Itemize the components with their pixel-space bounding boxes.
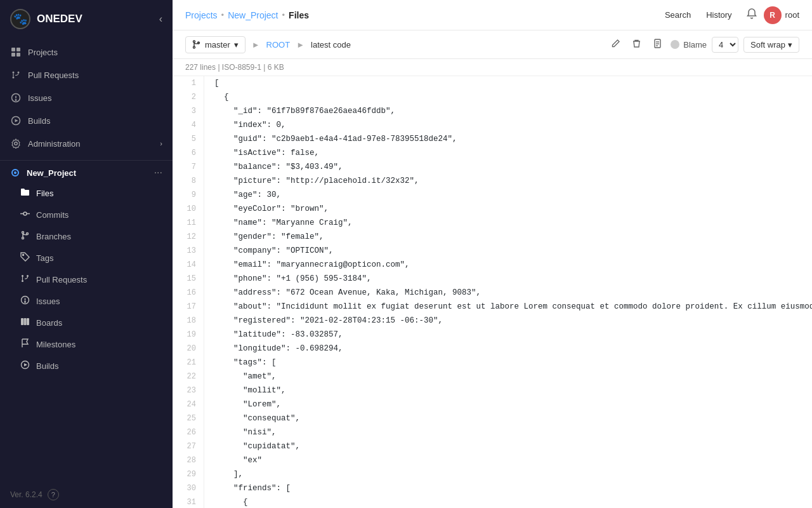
sidebar-item-label: Pull Requests [28, 70, 79, 80]
line-code: "picture": "http://placehold.it/32x32", [204, 174, 812, 188]
sidebar-item-issues-sub[interactable]: Issues [0, 290, 173, 312]
svg-rect-28 [24, 318, 27, 325]
play-circle-icon [10, 115, 22, 126]
sidebar-item-pull-requests[interactable]: Pull Requests [0, 64, 173, 86]
table-row: 29 ], [173, 467, 812, 481]
bell-icon [746, 8, 757, 19]
code-area[interactable]: 1[2 {3 "_id": "61f7b89f876ae26aea46fddb"… [173, 76, 812, 508]
project-name: New_Project [27, 168, 76, 178]
line-code: "mollit", [204, 384, 812, 398]
file-encoding: ISO-8859-1 [222, 63, 261, 72]
blame-checkbox[interactable] [671, 40, 679, 49]
table-row: 16 "address": "672 Ocean Avenue, Kaka, M… [173, 286, 812, 300]
table-row: 13 "company": "OPTICON", [173, 244, 812, 258]
line-code: { [204, 90, 812, 104]
help-button[interactable]: ? [48, 489, 59, 500]
table-row: 17 "about": "Incididunt mollit ex fugiat… [173, 300, 812, 314]
sidebar-item-pull-requests-sub[interactable]: Pull Requests [0, 269, 173, 290]
table-row: 1[ [173, 76, 812, 90]
line-number: 4 [173, 118, 204, 132]
project-more-button[interactable]: ··· [154, 167, 162, 178]
table-row: 11 "name": "Maryanne Craig", [173, 216, 812, 230]
line-code: "index": 0, [204, 118, 812, 132]
line-number: 12 [173, 230, 204, 244]
topbar-actions: Search History R root [657, 5, 799, 25]
main-content: Projects • New_Project • Files Search Hi… [173, 0, 812, 508]
line-code: "eyeColor": "brown", [204, 202, 812, 216]
svg-point-23 [27, 275, 29, 277]
sidebar-item-administration[interactable]: Administration › [0, 132, 173, 155]
line-number: 5 [173, 132, 204, 146]
sidebar-sub-item-label: Issues [36, 297, 60, 306]
sidebar-item-builds[interactable]: Builds [0, 109, 173, 132]
line-code: "Lorem", [204, 398, 812, 411]
line-number: 23 [173, 384, 204, 398]
sidebar-item-files[interactable]: Files [0, 182, 173, 204]
table-row: 31 { [173, 495, 812, 508]
line-code: "name": "Maryanne Craig", [204, 216, 812, 230]
history-button[interactable]: History [698, 8, 739, 22]
folder-icon [20, 187, 30, 199]
softwrap-button[interactable]: Soft wrap ▾ [743, 37, 799, 53]
breadcrumb-project[interactable]: New_Project [228, 10, 278, 20]
line-code: ], [204, 467, 812, 481]
search-button[interactable]: Search [657, 8, 698, 22]
indent-select[interactable]: 4 2 8 [712, 37, 738, 53]
sidebar-item-label: Issues [28, 93, 52, 103]
sidebar: 🐾 ONEDEV ‹ Projects Pull Requests Issues [0, 0, 173, 508]
code-table: 1[2 {3 "_id": "61f7b89f876ae26aea46fddb"… [173, 76, 812, 508]
line-number: 2 [173, 90, 204, 104]
line-number: 26 [173, 425, 204, 439]
breadcrumb-projects[interactable]: Projects [185, 10, 218, 20]
sidebar-item-commits[interactable]: Commits [0, 204, 173, 225]
sidebar-collapse-button[interactable]: ‹ [159, 13, 162, 25]
sidebar-item-builds-sub[interactable]: Builds [0, 355, 173, 377]
table-row: 27 "cupidatat", [173, 439, 812, 453]
sidebar-item-issues[interactable]: Issues [0, 86, 173, 109]
table-row: 23 "mollit", [173, 384, 812, 398]
user-avatar[interactable]: R [764, 6, 782, 24]
line-number: 18 [173, 314, 204, 328]
svg-point-17 [22, 232, 24, 234]
columns-icon [20, 317, 30, 328]
sidebar-sub-item-label: Boards [36, 318, 62, 328]
topbar: Projects • New_Project • Files Search Hi… [173, 0, 812, 30]
line-code: "company": "OPTICON", [204, 244, 812, 258]
settings-icon [10, 138, 22, 149]
sidebar-item-branches[interactable]: Branches [0, 225, 173, 247]
line-number: 11 [173, 216, 204, 230]
notification-button[interactable] [743, 5, 760, 25]
line-code: "consequat", [204, 411, 812, 425]
sidebar-sub-item-label: Tags [36, 253, 53, 263]
search-history-bar: Search History [657, 8, 740, 22]
svg-point-18 [22, 237, 24, 239]
svg-point-33 [193, 46, 195, 48]
sidebar-sub-item-label: Pull Requests [36, 275, 87, 284]
line-number: 24 [173, 398, 204, 411]
version-text: Ver. 6.2.4 [10, 490, 43, 499]
delete-file-button[interactable] [629, 36, 645, 53]
path-sep1: ► [252, 40, 260, 50]
sidebar-item-tags[interactable]: Tags [0, 247, 173, 269]
breadcrumb-sep2: • [282, 10, 285, 20]
line-code: "gender": "female", [204, 230, 812, 244]
line-code: { [204, 495, 812, 508]
line-code: "nisi", [204, 425, 812, 439]
sidebar-item-boards[interactable]: Boards [0, 312, 173, 333]
raw-file-button[interactable] [650, 36, 665, 53]
path-root[interactable]: ROOT [266, 40, 291, 50]
chevron-right-icon: › [160, 140, 162, 147]
sidebar-item-projects[interactable]: Projects [0, 41, 173, 64]
table-row: 15 "phone": "+1 (956) 595-3184", [173, 272, 812, 286]
sidebar-item-milestones[interactable]: Milestones [0, 333, 173, 355]
blame-label[interactable]: Blame [683, 40, 707, 50]
sidebar-item-label: Administration [28, 139, 80, 149]
line-number: 1 [173, 76, 204, 90]
edit-file-button[interactable] [608, 36, 624, 53]
table-row: 24 "Lorem", [173, 398, 812, 411]
table-row: 22 "amet", [173, 370, 812, 384]
trash-icon [632, 39, 641, 48]
line-number: 27 [173, 439, 204, 453]
table-row: 18 "registered": "2021-02-28T04:23:15 -0… [173, 314, 812, 328]
branch-selector[interactable]: master ▾ [185, 36, 246, 53]
